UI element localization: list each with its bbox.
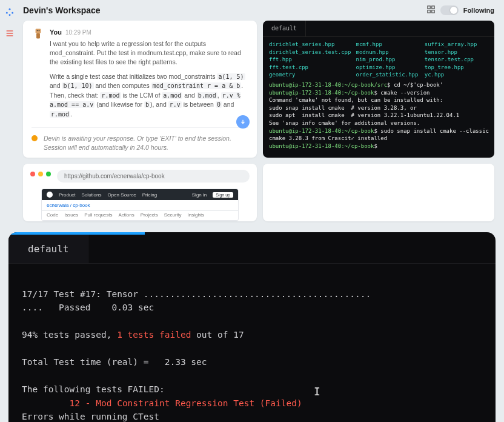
terminal-tab-default[interactable]: default <box>263 21 306 36</box>
terminal-large-panel[interactable]: default 17/17 Test #17: Tensor .........… <box>8 232 496 422</box>
svg-rect-8 <box>431 6 434 8</box>
svg-rect-10 <box>431 10 434 13</box>
github-logo-icon <box>47 192 53 198</box>
app-logo-icon[interactable] <box>5 7 15 19</box>
grid-icon[interactable] <box>426 5 436 16</box>
terminal-output[interactable]: dirichlet_series.hppmcmf.hppsuffix_array… <box>263 37 494 155</box>
terminal-panel[interactable]: default dirichlet_series.hppmcmf.hppsuff… <box>263 21 494 158</box>
status-indicator-icon <box>31 135 38 141</box>
following-toggle[interactable] <box>440 5 459 15</box>
message-time: 10:29 PM <box>65 28 91 38</box>
workspace-title: Devin's Workspace <box>23 5 101 15</box>
svg-rect-13 <box>39 30 39 31</box>
svg-point-0 <box>9 8 11 10</box>
webpage-preview[interactable]: ProductSolutionsOpen SourcePricing Sign … <box>41 189 239 221</box>
user-avatar-icon <box>31 28 45 124</box>
message-p1: I want you to help write a regression te… <box>50 39 248 67</box>
url-bar[interactable]: https://github.com/ecnerwala/cp-book <box>57 170 250 183</box>
status-text: Devin is awaiting your response. Or type… <box>44 134 248 152</box>
terminal-large-tab-default[interactable]: default <box>8 235 88 263</box>
browser-panel: https://github.com/ecnerwala/cp-book Pro… <box>23 164 257 221</box>
svg-rect-9 <box>428 10 430 13</box>
following-label: Following <box>463 7 494 14</box>
svg-point-1 <box>6 12 8 14</box>
svg-point-3 <box>9 14 11 16</box>
svg-point-2 <box>12 12 13 14</box>
window-controls[interactable] <box>30 172 51 176</box>
svg-rect-11 <box>36 28 41 33</box>
message-author: You <box>50 28 62 38</box>
svg-rect-7 <box>428 6 430 8</box>
empty-panel <box>263 164 494 221</box>
message-p2: Write a single test case that initialize… <box>50 72 248 119</box>
list-icon[interactable] <box>5 28 15 40</box>
text-cursor-icon: I <box>314 385 320 398</box>
terminal-large-output[interactable]: 17/17 Test #17: Tensor .................… <box>8 264 496 422</box>
svg-rect-14 <box>36 33 40 39</box>
chat-panel: You 10:29 PM I want you to help write a … <box>23 21 257 158</box>
svg-rect-12 <box>37 30 38 31</box>
